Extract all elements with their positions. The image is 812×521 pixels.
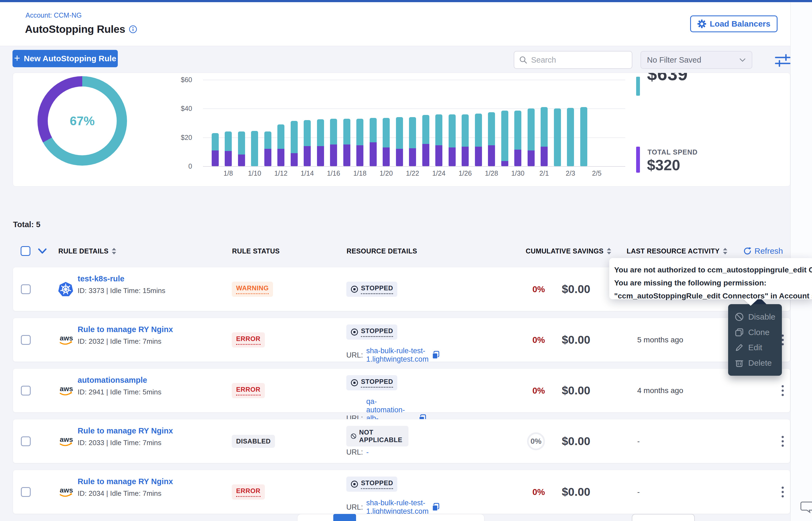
x-axis-tick: 1/16 <box>327 169 340 177</box>
resource-url-link[interactable]: - <box>366 448 369 456</box>
gridline <box>203 108 625 109</box>
gear-icon <box>697 19 706 28</box>
not-applicable-icon <box>351 432 356 440</box>
y-axis-tick: 0 <box>165 162 192 170</box>
resource-state-badge[interactable]: STOPPED <box>346 281 397 297</box>
stacked-bar <box>409 117 416 166</box>
savings-donut-chart: 67% <box>38 76 127 166</box>
row-menu-button[interactable] <box>777 484 788 500</box>
column-rule-details[interactable]: RULE DETAILS <box>58 247 117 255</box>
y-axis-tick: $40 <box>165 105 192 113</box>
load-balancers-button[interactable]: Load Balancers <box>690 16 777 32</box>
pagination-page-size-button[interactable] <box>632 514 695 521</box>
stacked-bar <box>554 108 561 166</box>
aws-icon: aws <box>58 484 73 500</box>
stacked-bar <box>488 112 495 166</box>
rule-status-badge[interactable]: ERROR <box>232 332 265 347</box>
row-checkbox[interactable] <box>21 386 31 395</box>
filter-panel-icon[interactable] <box>774 52 791 68</box>
column-rule-status: RULE STATUS <box>232 247 280 255</box>
rule-status-badge[interactable]: DISABLED <box>232 435 275 448</box>
rule-name-link[interactable]: automationsample <box>78 376 162 385</box>
stacked-bar <box>343 119 350 166</box>
savings-percent: 0% <box>532 487 545 497</box>
table-row: aws Rule to manage RY Nginx ID: 2032 | I… <box>13 318 790 362</box>
y-axis-tick: $60 <box>165 76 192 84</box>
pagination-active-page[interactable] <box>333 514 356 521</box>
rule-meta: ID: 2033 | Idle Time: 7mins <box>78 438 173 447</box>
delete-icon <box>735 358 744 367</box>
row-checkbox[interactable] <box>21 487 31 497</box>
resource-state-badge[interactable]: STOPPED <box>346 324 397 340</box>
refresh-button[interactable]: Refresh <box>743 246 783 256</box>
column-cumulative-savings[interactable]: CUMULATIVE SAVINGS <box>526 247 612 255</box>
x-axis-tick: 1/20 <box>380 169 393 177</box>
row-menu-button[interactable] <box>777 434 788 449</box>
resource-state-badge[interactable]: STOPPED <box>346 477 397 492</box>
resource-state-badge[interactable]: STOPPED <box>346 375 397 390</box>
edit-icon <box>735 343 744 352</box>
stacked-bar <box>501 111 508 166</box>
rule-name-link[interactable]: Rule to manage RY Nginx <box>78 325 173 334</box>
stacked-bar <box>304 120 311 166</box>
x-axis-tick: 1/28 <box>485 169 498 177</box>
savings-amount: $0.00 <box>562 384 590 397</box>
chat-support-icon[interactable] <box>800 499 812 514</box>
total-spend-label: TOTAL SPEND <box>647 148 698 156</box>
gridline <box>203 80 625 80</box>
search-input[interactable] <box>531 55 627 65</box>
kubernetes-icon <box>58 281 73 297</box>
menu-item-clone[interactable]: Clone <box>728 325 782 340</box>
copy-icon[interactable] <box>432 503 440 512</box>
refresh-icon <box>743 247 752 255</box>
row-checkbox[interactable] <box>21 285 31 294</box>
x-axis-tick: 1/8 <box>223 169 233 177</box>
menu-item-delete[interactable]: Delete <box>728 356 782 370</box>
new-autostopping-rule-button[interactable]: + New AutoStopping Rule <box>13 50 118 67</box>
row-checkbox[interactable] <box>21 335 31 345</box>
menu-item-edit[interactable]: Edit <box>728 340 782 355</box>
top-accent-bar <box>0 0 812 2</box>
saved-filter-select[interactable]: No Filter Saved <box>640 51 752 69</box>
resource-url-link[interactable]: sha-bulk-rule-test-1.lightwingtest.com <box>366 499 429 516</box>
rule-name-link[interactable]: Rule to manage RY Nginx <box>78 426 173 435</box>
info-icon[interactable] <box>129 25 137 33</box>
rule-meta: ID: 2034 | Idle Time: 7mins <box>78 489 173 498</box>
savings-percent: 0% <box>532 284 545 294</box>
select-all-checkbox[interactable] <box>21 246 30 256</box>
pagination-bar[interactable] <box>297 514 485 521</box>
sort-icon <box>606 247 612 255</box>
page-title: AutoStopping Rules <box>25 23 137 35</box>
stacked-bar <box>317 119 324 166</box>
total-spend-value: $320 <box>647 156 680 174</box>
resource-state-badge[interactable]: NOT APPLICABLE <box>346 426 408 447</box>
row-context-menu: Disable Clone Edit Delete <box>728 304 782 376</box>
row-menu-button[interactable] <box>777 383 788 398</box>
rule-meta: ID: 3373 | Idle Time: 15mins <box>78 287 165 295</box>
rule-status-badge[interactable]: WARNING <box>232 281 273 297</box>
plus-icon: + <box>14 52 20 64</box>
rule-status-badge[interactable]: ERROR <box>232 484 265 500</box>
x-axis-tick: 1/26 <box>458 169 472 177</box>
summary-chart-card: 67% $639 TOTAL SPEND $320 $60$40$2001/81… <box>13 73 790 186</box>
stacked-bar <box>225 132 232 166</box>
resource-url-link[interactable]: sha-bulk-rule-test-1.lightwingtest.com <box>366 347 429 363</box>
stacked-bar <box>580 107 587 166</box>
tooltip-pointer <box>743 299 758 306</box>
select-menu-chevron-icon[interactable] <box>38 248 47 254</box>
copy-icon[interactable] <box>432 351 440 359</box>
savings-amount: $0.00 <box>562 283 590 296</box>
total-spend-marker <box>636 146 640 173</box>
menu-item-disable[interactable]: Disable <box>728 310 782 324</box>
column-last-resource-activity[interactable]: LAST RESOURCE ACTIVITY <box>627 247 728 255</box>
account-breadcrumb[interactable]: Account: CCM-NG <box>25 12 82 19</box>
rule-status-badge[interactable]: ERROR <box>232 383 265 398</box>
x-axis-tick: 1/30 <box>511 169 525 177</box>
stacked-bar <box>330 119 337 166</box>
stacked-bar <box>475 114 482 166</box>
row-checkbox[interactable] <box>21 436 31 446</box>
stacked-bar <box>435 114 442 166</box>
rule-name-link[interactable]: test-k8s-rule <box>78 274 165 283</box>
rule-name-link[interactable]: Rule to manage RY Nginx <box>78 477 173 486</box>
stacked-bar <box>528 108 535 166</box>
